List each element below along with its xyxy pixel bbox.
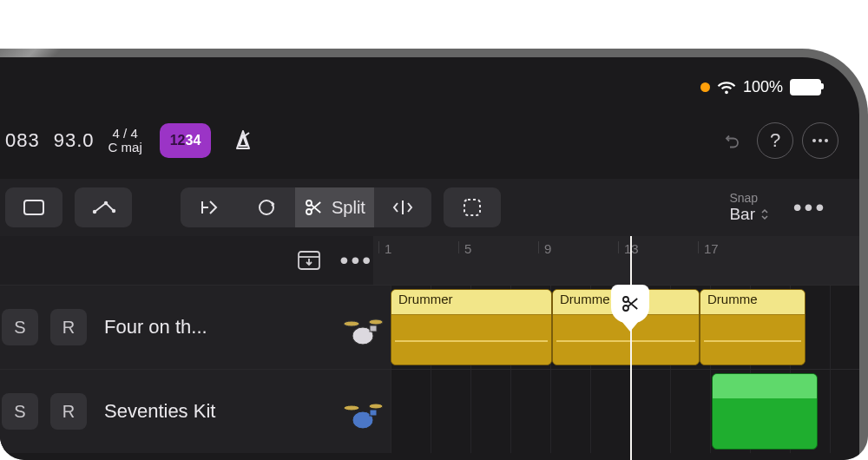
record-enable-button[interactable]: R [50, 309, 87, 345]
chevron-updown-icon [760, 208, 769, 220]
battery-icon [790, 79, 821, 95]
solo-button[interactable]: S [2, 393, 38, 430]
key-signature: C maj [108, 141, 142, 154]
split-playhead-handle[interactable] [611, 285, 649, 323]
svg-point-21 [344, 405, 359, 411]
track-header[interactable]: S R Four on th... [0, 286, 391, 369]
region-name [713, 374, 817, 398]
edit-toolbar: Split Snap Bar ••• [0, 179, 859, 236]
track-row: S R Four on th... Drummer Drumm [0, 285, 859, 369]
timeline-ruler[interactable]: 1 5 9 13 17 [373, 236, 859, 285]
track-header-toolbar: ••• [0, 236, 389, 285]
track-name[interactable]: Seventies Kit [104, 400, 326, 423]
edit-tool-group: Split [181, 187, 431, 227]
ruler-tick: 13 [618, 241, 639, 253]
undo-button[interactable] [713, 123, 748, 158]
svg-point-3 [825, 139, 828, 142]
drum-kit-icon [339, 387, 387, 436]
toolbar-more-button[interactable]: ••• [781, 187, 838, 227]
svg-point-18 [369, 319, 383, 325]
download-library-icon[interactable] [297, 250, 321, 271]
svg-point-2 [819, 139, 822, 142]
svg-point-17 [344, 321, 359, 326]
svg-point-1 [812, 139, 816, 142]
track-header[interactable]: S R Seventies Kit [0, 370, 391, 453]
status-bar: 100% [700, 78, 821, 96]
ruler-tick: 17 [698, 241, 719, 253]
region[interactable] [712, 373, 818, 450]
svg-rect-11 [464, 200, 480, 215]
track-name[interactable]: Four on th... [104, 316, 326, 338]
battery-percent: 100% [743, 78, 783, 96]
svg-point-22 [369, 404, 383, 409]
region[interactable]: Drumme [700, 289, 806, 365]
ruler-tick: 5 [458, 241, 471, 253]
more-menu-button[interactable] [802, 122, 838, 159]
region-name: Drummer [391, 290, 551, 314]
snap-label: Snap [729, 191, 758, 205]
help-button[interactable]: ? [757, 122, 793, 159]
record-enable-button[interactable]: R [50, 393, 87, 430]
svg-rect-23 [370, 410, 377, 416]
recording-indicator-dot [700, 82, 710, 92]
svg-rect-19 [370, 325, 377, 332]
tempo-display[interactable]: 93.0 [54, 120, 95, 161]
position-display[interactable]: 083 [5, 120, 40, 161]
solo-button[interactable]: S [2, 309, 38, 345]
stretch-tool-button[interactable] [374, 187, 431, 227]
loop-tool-button[interactable] [238, 187, 295, 227]
track-header-more-button[interactable]: ••• [340, 246, 373, 274]
scissors-icon [304, 198, 323, 217]
signature-display[interactable]: 4 / 4 C maj [108, 120, 142, 161]
region-name: Drumme [700, 290, 805, 314]
track-row: S R Seventies Kit [0, 369, 859, 453]
app-screen: 100% 083 93.0 4 / 4 C maj 1234 [0, 57, 859, 460]
join-tool-button[interactable] [181, 187, 238, 227]
snap-selector[interactable]: Snap Bar [729, 191, 769, 224]
ruler-tick: 1 [378, 241, 391, 253]
ruler-tick: 9 [538, 241, 551, 253]
track-lane[interactable] [391, 370, 859, 453]
region[interactable]: Drummer [391, 289, 552, 365]
split-label: Split [332, 198, 365, 218]
time-signature: 4 / 4 [113, 127, 138, 141]
transport-bar: 083 93.0 4 / 4 C maj 1234 ? [0, 118, 859, 163]
snap-value: Bar [729, 205, 755, 224]
svg-rect-4 [24, 200, 43, 214]
playhead[interactable] [630, 236, 632, 460]
split-tool-button[interactable]: Split [295, 187, 374, 227]
scissors-icon [621, 294, 640, 313]
wifi-icon [717, 81, 736, 95]
tracks-area: S R Four on th... Drummer Drumm [0, 285, 859, 460]
marquee-tool-button[interactable] [5, 187, 62, 227]
selection-tool-button[interactable] [444, 187, 501, 227]
count-in-button[interactable]: 1234 [160, 123, 212, 158]
automation-tool-button[interactable] [75, 187, 132, 227]
metronome-icon[interactable] [225, 122, 261, 159]
drum-kit-icon [339, 303, 387, 352]
